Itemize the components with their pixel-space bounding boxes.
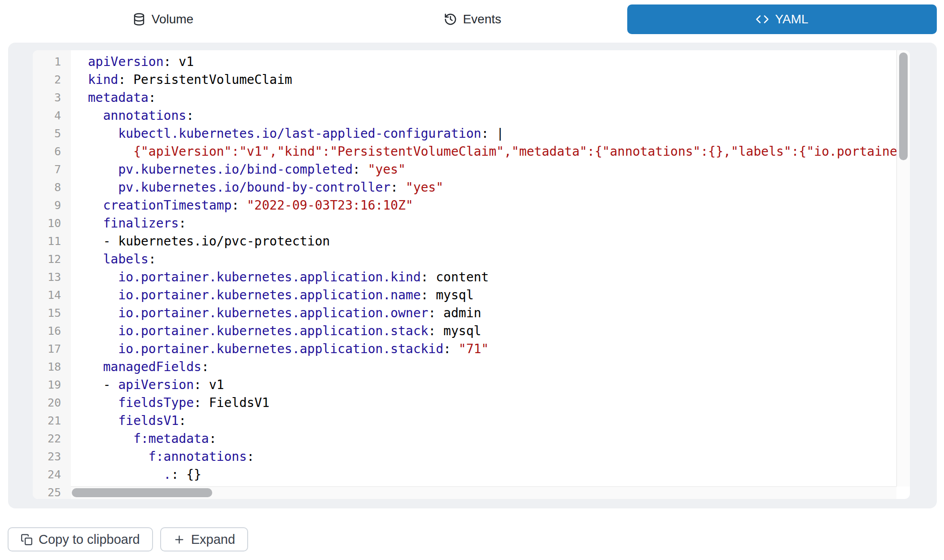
line-number: 22 [33,430,61,448]
code-line: kind: PersistentVolumeClaim [88,71,910,89]
code-line: f:metadata: [88,430,910,448]
tab-volume[interactable]: Volume [8,4,318,34]
yaml-panel: 1234567891011121314151617181920212223242… [8,43,937,508]
line-number: 4 [33,107,61,125]
code-line: - kubernetes.io/pvc-protection [88,232,910,250]
line-number: 19 [33,376,61,394]
code-line: io.portainer.kubernetes.application.owne… [88,304,910,322]
copy-button-label: Copy to clipboard [39,532,140,547]
code-line: creationTimestamp: "2022-09-03T23:16:10Z… [88,197,910,214]
code-line: pv.kubernetes.io/bind-completed: "yes" [88,161,910,179]
line-number: 15 [33,304,61,322]
code-line: {"apiVersion":"v1","kind":"PersistentVol… [88,143,910,161]
expand-button-label: Expand [191,532,235,547]
code-line: f:annotations: [88,448,910,466]
line-number: 14 [33,286,61,304]
line-number: 9 [33,197,61,214]
code-line: fieldsType: FieldsV1 [88,394,910,412]
copy-to-clipboard-button[interactable]: Copy to clipboard [8,527,153,551]
line-number: 3 [33,89,61,107]
database-icon [132,13,146,26]
line-number: 23 [33,448,61,466]
tab-yaml[interactable]: YAML [627,4,937,34]
line-number: 21 [33,412,61,430]
line-number: 18 [33,358,61,376]
line-number: 20 [33,394,61,412]
tab-events[interactable]: Events [318,4,627,34]
code-line: - apiVersion: v1 [88,376,910,394]
code-line: labels: [88,250,910,268]
code-line: io.portainer.kubernetes.application.stac… [88,322,910,340]
action-buttons: Copy to clipboard Expand [8,527,248,551]
expand-button[interactable]: Expand [160,527,248,551]
code-line: apiVersion: v1 [88,53,910,71]
code-line: metadata: [88,89,910,107]
line-number: 17 [33,340,61,358]
code-line: fieldsV1: [88,412,910,430]
code-line: kubectl.kubernetes.io/last-applied-confi… [88,125,910,143]
line-number: 24 [33,466,61,484]
line-number: 7 [33,161,61,179]
copy-icon [21,534,33,546]
yaml-code-editor[interactable]: 1234567891011121314151617181920212223242… [33,50,910,499]
line-number: 12 [33,250,61,268]
line-number: 10 [33,214,61,232]
code-line: finalizers: [88,214,910,232]
line-number: 8 [33,179,61,197]
horizontal-scrollbar-thumb[interactable] [72,488,212,497]
code-line: io.portainer.kubernetes.application.kind… [88,268,910,286]
line-number: 16 [33,322,61,340]
vertical-scrollbar-thumb[interactable] [899,52,908,160]
tab-events-label: Events [463,12,502,26]
line-number: 6 [33,143,61,161]
plus-icon [173,534,185,546]
line-number: 25 [33,484,61,499]
line-number: 2 [33,71,61,89]
volume-details-page: Volume Events YAML 123456789101112131415… [0,0,944,560]
line-number: 13 [33,268,61,286]
tab-volume-label: Volume [152,12,193,26]
line-number: 1 [33,53,61,71]
gutter: 1234567891011121314151617181920212223242… [33,50,71,499]
code-line: io.portainer.kubernetes.application.name… [88,286,910,304]
code-lines: apiVersion: v1kind: PersistentVolumeClai… [71,50,910,499]
code-line: .: {} [88,466,910,484]
tab-yaml-label: YAML [775,12,808,26]
code-icon [756,13,769,26]
line-number: 5 [33,125,61,143]
code-line: io.portainer.kubernetes.application.stac… [88,340,910,358]
code-line: pv.kubernetes.io/bound-by-controller: "y… [88,179,910,197]
code-line: annotations: [88,107,910,125]
history-icon [444,13,457,26]
code-line: managedFields: [88,358,910,376]
tab-bar: Volume Events YAML [8,4,937,34]
line-number: 11 [33,232,61,250]
